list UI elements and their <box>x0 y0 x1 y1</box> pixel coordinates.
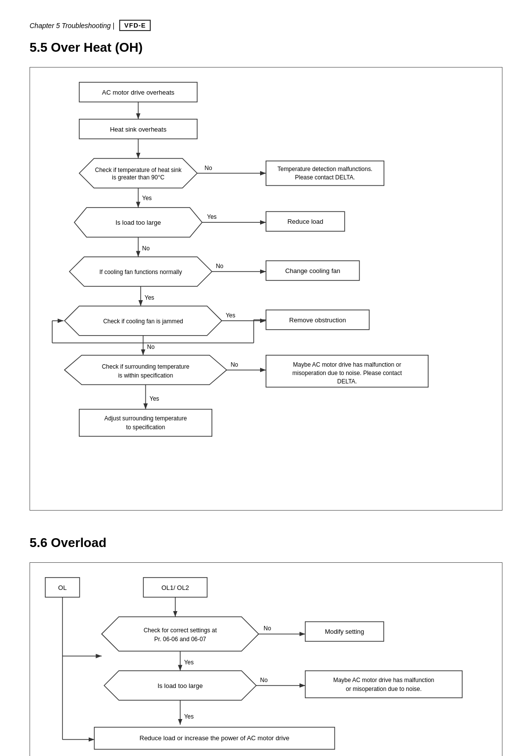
oh-flowchart: AC motor drive overheats Heat sink overh… <box>30 67 502 511</box>
ol-box-ol: OL <box>58 584 66 591</box>
ol-diamond1-l1: Check for correct settings at <box>143 627 217 634</box>
oh-d2-yes: Yes <box>207 213 217 220</box>
oh-d1-no: No <box>204 165 212 172</box>
section-ol: 5.6 Overload OL OL1/ OL2 Check for corre… <box>30 535 502 756</box>
oh-diamond5-l2: is within specification <box>118 372 173 379</box>
section-oh-title: 5.5 Over Heat (OH) <box>30 40 502 55</box>
oh-d5-no: No <box>231 361 238 368</box>
oh-reduce-load: Reduce load <box>287 218 323 225</box>
oh-maybe-3: DELTA. <box>337 378 357 385</box>
oh-adjust-2: to specification <box>126 424 165 431</box>
svg-rect-7 <box>266 161 384 186</box>
oh-d4-yes: Yes <box>226 312 235 319</box>
oh-change-fan: Change cooling fan <box>285 267 340 275</box>
ol-maybe-1: Maybe AC motor drive has malfunction <box>333 677 434 684</box>
oh-d3-no: No <box>216 263 224 270</box>
ol-reduce-load: Reduce load or increase the power of AC … <box>139 734 289 742</box>
oh-adjust-1: Adjust surrounding temperature <box>104 415 187 422</box>
oh-diamond4: Check if cooling fan is jammed <box>103 318 183 325</box>
svg-rect-30 <box>79 409 212 436</box>
ol-d2-yes: Yes <box>184 713 194 720</box>
oh-d1-yes: Yes <box>142 195 152 202</box>
oh-maybe-1: Maybe AC motor drive has malfunction or <box>293 361 401 368</box>
logo-badge: VFD-E <box>119 20 151 31</box>
oh-d4-no: No <box>147 344 155 350</box>
ol-maybe-2: or misoperation due to noise. <box>346 686 422 692</box>
chapter-label: Chapter 5 Troubleshooting | <box>30 22 114 30</box>
oh-diamond5-l1: Check if surrounding temperature <box>102 363 190 370</box>
oh-d2-no: No <box>142 245 150 252</box>
oh-node-start: AC motor drive overheats <box>102 89 175 96</box>
ol-d2-no: No <box>260 677 268 684</box>
oh-maybe-2: misoperation due to noise. Please contac… <box>293 370 402 377</box>
oh-diamond2: Is load too large <box>115 219 161 226</box>
oh-d3-yes: Yes <box>145 294 155 301</box>
oh-diamond3: If cooling fan functions normally <box>100 269 182 275</box>
oh-node-heatsink: Heat sink overheats <box>110 126 166 133</box>
svg-rect-43 <box>305 671 463 698</box>
ol-modify: Modify setting <box>325 628 364 635</box>
ol-flowchart: OL OL1/ OL2 Check for correct settings a… <box>30 562 502 756</box>
oh-diamond1-line1: Check if temperature of heat sink <box>95 167 182 173</box>
oh-temp-detect-2: Please contact DELTA. <box>295 174 355 181</box>
oh-d5-yes: Yes <box>150 395 160 402</box>
section-ol-title: 5.6 Overload <box>30 535 502 550</box>
ol-box-ol12: OL1/ OL2 <box>162 584 189 591</box>
oh-temp-detect-1: Temperature detection malfunctions. <box>277 166 372 172</box>
oh-diamond1-line2: is greater than 90°C <box>112 174 165 181</box>
ol-d1-no: No <box>264 625 271 632</box>
ol-d1-yes: Yes <box>184 659 194 666</box>
page-header: Chapter 5 Troubleshooting | VFD-E <box>30 20 502 31</box>
ol-diamond2: Is load too large <box>158 682 203 689</box>
ol-diamond1-l2: Pr. 06-06 and 06-07 <box>154 636 206 643</box>
oh-remove-obstruction: Remove obstruction <box>289 316 346 324</box>
section-oh: 5.5 Over Heat (OH) AC motor drive overhe… <box>30 40 502 511</box>
